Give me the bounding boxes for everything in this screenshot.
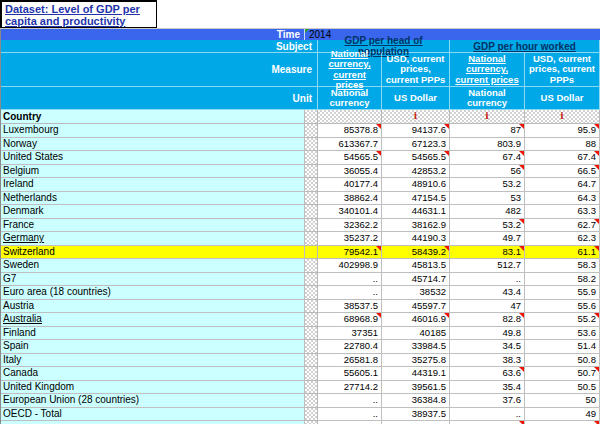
value-cell: 512.7 [450,259,525,273]
value-cell: 53 [450,192,525,206]
value-cell: 67.4 [450,151,525,165]
table-row: France32362.238162.953.262.7 [0,219,600,233]
value-cell: 43.4 [450,286,525,300]
subject-gdp-per-hour-link[interactable]: GDP per hour worked [450,40,600,52]
value-cell: 45813.5 [382,259,450,273]
value-cell: 66.5 [525,165,600,179]
table-row: Spain22780.433984.534.551.4 [0,340,600,354]
unit-label: Unit [0,87,318,109]
value-cell: 54565.5 [382,151,450,165]
table-left-border [0,29,1,424]
country-cell[interactable]: Germany [0,232,305,246]
value-cell: 37.6 [450,394,525,408]
measure-national-currency-link-1[interactable]: National currency, current prices [318,53,382,86]
country-cell[interactable]: Australia [0,313,305,327]
note-cell [305,232,318,246]
value-cell: .. [318,394,382,408]
green-corner-marker [305,29,309,33]
value-cell: .. [318,408,382,422]
value-cell: 38.3 [450,354,525,368]
value-cell: .. [450,273,525,287]
country-column-header: Country [0,110,305,124]
country-cell: Austria [0,300,305,314]
info-icon[interactable]: i [485,112,488,121]
value-cell: 82.8 [450,313,525,327]
value-cell: 50.5 [525,381,600,395]
note-cell [305,178,318,192]
table-row: Finland373514018549.853.6 [0,327,600,341]
time-value: 2014 [305,29,600,40]
value-cell: .. [450,408,525,422]
value-cell: 48910.6 [382,178,450,192]
measure-usd-ppp-2: USD, current prices, current PPPs [525,53,600,86]
value-cell: 33984.5 [382,340,450,354]
value-cell: 51.4 [525,340,600,354]
value-cell: 482 [450,205,525,219]
table-row: Sweden402998.945813.5512.758.3 [0,259,600,273]
value-cell: 45714.7 [382,273,450,287]
value-cell: 40185 [382,327,450,341]
note-cell [305,192,318,206]
table-row: Norway613367.767123.3803.988 [0,138,600,152]
unit-us-dollar-2: US Dollar [525,87,600,109]
value-cell: 38937.5 [382,408,450,422]
value-cell: 94137.6 [382,124,450,138]
note-cell [305,313,318,327]
country-cell: Switzerland [0,246,305,260]
table-row: Austria38537.545597.74755.6 [0,300,600,314]
info-icon[interactable]: i [560,112,563,121]
note-cell [305,124,318,138]
value-cell: 64.7 [525,178,600,192]
note-cell [305,165,318,179]
note-cell [305,246,318,260]
value-cell: 55.9 [525,286,600,300]
table-row: Canada55605.144319.163.650.7 [0,367,600,381]
note-cell [305,219,318,233]
value-cell: 49.7 [450,232,525,246]
time-label: Time [0,29,305,40]
info-icon[interactable]: i [414,112,417,121]
value-cell: 26581.8 [318,354,382,368]
country-cell: United States [0,151,305,165]
value-cell: 63.3 [525,205,600,219]
value-cell: 32362.2 [318,219,382,233]
value-cell: 85378.8 [318,124,382,138]
value-cell: 55605.1 [318,367,382,381]
country-cell: Denmark [0,205,305,219]
value-cell: 53.6 [525,327,600,341]
value-cell: 40177.4 [318,178,382,192]
value-cell: 88 [525,138,600,152]
value-cell: 613367.7 [318,138,382,152]
note-cell [305,327,318,341]
value-cell: 46016.9 [382,313,450,327]
value-cell: .. [318,286,382,300]
country-cell: France [0,219,305,233]
table-row: G7..45714.7..58.2 [0,273,600,287]
dataset-title-link[interactable]: Dataset: Level of GDP per capita and pro… [5,3,153,27]
value-cell: 34.5 [450,340,525,354]
value-cell: 50.8 [525,354,600,368]
note-cell [305,273,318,287]
note-cell [305,286,318,300]
value-cell: 37351 [318,327,382,341]
value-cell: 58.3 [525,259,600,273]
measure-national-currency-link-2[interactable]: National currency, current prices [450,53,525,86]
value-cell: 36055.4 [318,165,382,179]
unit-row: Unit National currency US Dollar Nationa… [0,87,600,110]
value-cell: 44190.3 [382,232,450,246]
table-row: Euro area (18 countries)..3853243.455.9 [0,286,600,300]
note-cell [305,354,318,368]
measure-label: Measure [0,53,318,86]
table-row: Luxembourg85378.894137.68795.9 [0,124,600,138]
note-column-header [305,110,318,124]
value-cell: 54565.5 [318,151,382,165]
table-row: Italy26581.835275.838.350.8 [0,354,600,368]
value-cell: 56 [450,165,525,179]
country-cell: Canada [0,367,305,381]
value-cell: 87 [450,124,525,138]
country-cell: Italy [0,354,305,368]
value-cell: 50.7 [525,367,600,381]
note-cell [305,408,318,422]
table-row: European Union (28 countries)..36384.837… [0,394,600,408]
value-cell: 38537.5 [318,300,382,314]
